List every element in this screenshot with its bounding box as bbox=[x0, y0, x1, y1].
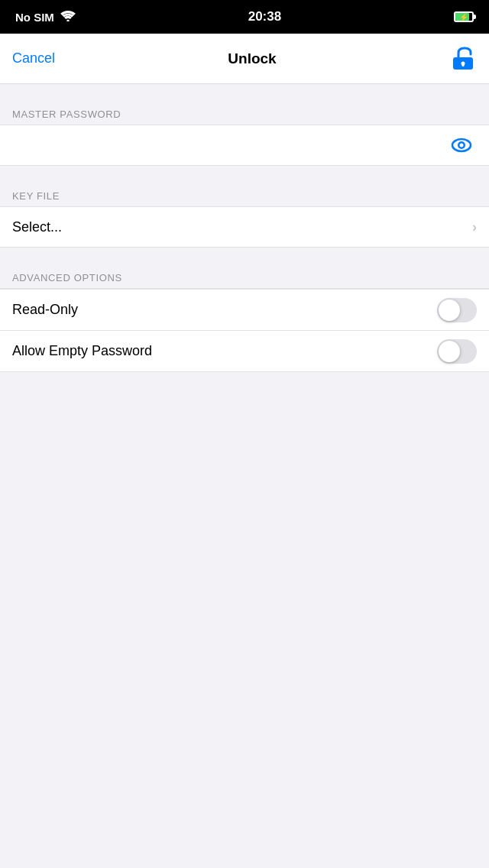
key-file-card: Select... › bbox=[0, 206, 489, 248]
allow-empty-password-knob bbox=[439, 341, 460, 362]
section-gap-3 bbox=[0, 248, 489, 266]
read-only-row: Read-Only bbox=[0, 289, 489, 330]
section-gap-1 bbox=[0, 84, 489, 102]
key-file-header: KEY FILE bbox=[0, 184, 489, 206]
battery-icon: ⚡ bbox=[454, 11, 474, 22]
master-password-input[interactable] bbox=[12, 125, 446, 165]
allow-empty-password-row: Allow Empty Password bbox=[0, 330, 489, 371]
master-password-card bbox=[0, 125, 489, 166]
toggle-password-visibility-button[interactable] bbox=[446, 130, 477, 160]
status-bar-right: ⚡ bbox=[454, 11, 474, 22]
unlock-icon bbox=[449, 44, 477, 74]
advanced-options-card: Read-Only Allow Empty Password bbox=[0, 288, 489, 372]
master-password-header: MASTER PASSWORD bbox=[0, 102, 489, 125]
svg-point-6 bbox=[460, 144, 464, 147]
read-only-knob bbox=[439, 300, 460, 321]
section-gap-2 bbox=[0, 166, 489, 184]
password-row bbox=[0, 125, 489, 166]
carrier-label: No SIM bbox=[15, 11, 54, 24]
allow-empty-password-toggle[interactable] bbox=[437, 339, 477, 364]
read-only-label: Read-Only bbox=[12, 302, 78, 318]
bottom-spacer bbox=[0, 372, 489, 601]
allow-empty-password-label: Allow Empty Password bbox=[12, 343, 152, 359]
page-title: Unlock bbox=[228, 50, 276, 67]
key-file-select-row[interactable]: Select... › bbox=[0, 206, 489, 248]
status-bar: No SIM 20:38 ⚡ bbox=[0, 0, 489, 34]
status-bar-left: No SIM bbox=[15, 11, 76, 24]
svg-rect-3 bbox=[461, 63, 464, 66]
wifi-icon bbox=[60, 11, 76, 24]
svg-point-0 bbox=[66, 19, 69, 21]
advanced-options-header: ADVANCED OPTIONS bbox=[0, 266, 489, 288]
read-only-toggle[interactable] bbox=[437, 298, 477, 322]
key-file-select-label: Select... bbox=[12, 219, 62, 235]
status-time: 20:38 bbox=[248, 9, 281, 24]
nav-bar: Cancel Unlock bbox=[0, 34, 489, 84]
chevron-right-icon: › bbox=[472, 219, 477, 235]
cancel-button[interactable]: Cancel bbox=[12, 44, 55, 73]
eye-icon bbox=[449, 133, 474, 157]
